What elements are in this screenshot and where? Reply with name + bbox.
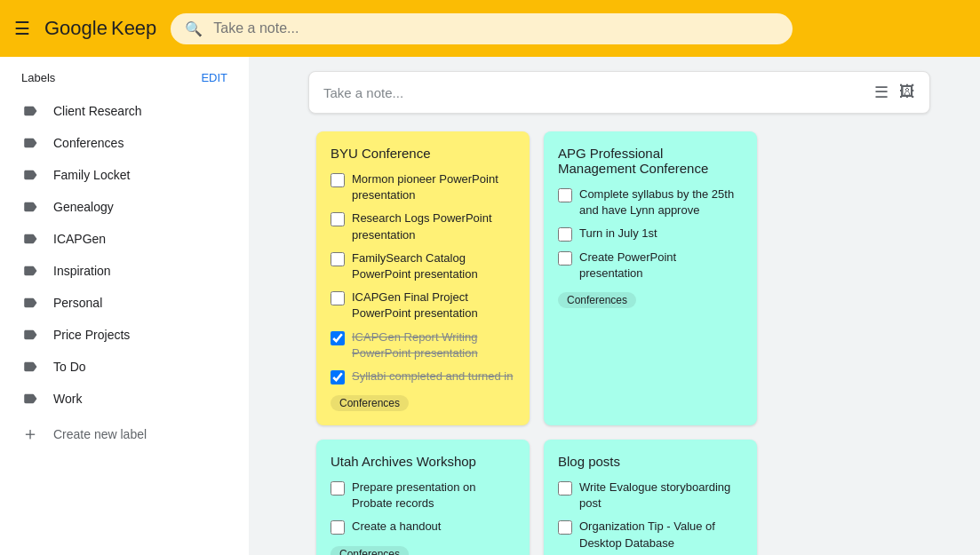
sidebar-item-label: Price Projects — [53, 328, 130, 342]
sidebar-item-label: Genealogy — [53, 200, 114, 214]
note-card-byu-conference[interactable]: BYU Conference Mormon pioneer PowerPoint… — [316, 131, 530, 425]
checklist-checkbox[interactable] — [331, 331, 345, 345]
checklist-item: Turn in July 1st — [558, 226, 743, 242]
sidebar-item-work[interactable]: Work — [0, 383, 235, 415]
checklist-text: Research Logs PowerPoint presentation — [352, 210, 515, 242]
checklist-text: Create PowerPoint presentation — [579, 250, 743, 281]
checklist-item: Mormon pioneer PowerPoint presentation — [331, 171, 515, 203]
take-note-icons: ☰ 🖼 — [874, 83, 915, 102]
checklist-item: Research Logs PowerPoint presentation — [331, 210, 515, 242]
search-icon: 🔍 — [185, 20, 203, 37]
topbar: ☰ Google Keep 🔍 — [0, 0, 980, 57]
note-title: APG Professional Management Conference — [558, 146, 743, 176]
checklist-item: Prepare presentation on Probate records — [331, 480, 515, 511]
checklist-checkbox[interactable] — [558, 481, 572, 496]
search-input[interactable] — [213, 20, 778, 36]
checklist-text: Organization Tip - Value of Desktop Data… — [579, 519, 743, 551]
checklist-checkbox[interactable] — [558, 188, 572, 202]
checklist-item: ICAPGen Final Project PowerPoint present… — [331, 289, 515, 321]
main-content: Take a note... ☰ 🖼 BYU Conference Mormon… — [249, 57, 980, 555]
note-title: Blog posts — [558, 454, 743, 469]
checklist-checkbox[interactable] — [558, 251, 572, 266]
note-card-apg-conference[interactable]: APG Professional Management Conference C… — [544, 131, 757, 425]
app-logo: Google Keep — [44, 17, 156, 40]
checklist-checkbox[interactable] — [331, 291, 345, 305]
checklist-checkbox[interactable] — [331, 520, 345, 535]
list-view-icon[interactable]: ☰ — [874, 83, 888, 102]
sidebar-item-to-do[interactable]: To Do — [0, 351, 235, 383]
sidebar-item-label: Client Research — [53, 104, 142, 118]
checklist-item: Complete syllabus by the 25th and have L… — [558, 186, 743, 218]
logo-keep: Keep — [111, 17, 156, 40]
sidebar-item-label: ICAPGen — [53, 232, 106, 246]
menu-icon[interactable]: ☰ — [14, 18, 30, 39]
take-note-bar[interactable]: Take a note... ☰ 🖼 — [308, 71, 930, 114]
notes-grid: BYU Conference Mormon pioneer PowerPoint… — [263, 131, 966, 555]
checklist-text: ICAPGen Report Writing PowerPoint presen… — [352, 329, 515, 361]
note-checklist: Complete syllabus by the 25th and have L… — [558, 186, 743, 281]
checklist-item: Create PowerPoint presentation — [558, 250, 743, 281]
label-icon — [21, 262, 39, 280]
sidebar-item-label: Inspiration — [53, 264, 111, 278]
checklist-text: Syllabi completed and turned in — [352, 369, 513, 385]
sidebar-item-genealogy[interactable]: Genealogy — [0, 191, 235, 223]
label-icon — [21, 134, 39, 152]
sidebar-item-family-locket[interactable]: Family Locket — [0, 159, 235, 191]
checklist-item: Create a handout — [331, 519, 515, 535]
label-icon — [21, 326, 39, 344]
checklist-checkbox[interactable] — [331, 252, 345, 266]
sidebar-items-container: Client Research Conferences Family Locke… — [0, 95, 249, 415]
checklist-text: Mormon pioneer PowerPoint presentation — [352, 171, 515, 203]
note-checklist: Prepare presentation on Probate records … — [331, 480, 515, 535]
label-icon — [21, 102, 39, 120]
sidebar-header: Labels EDIT — [0, 64, 249, 91]
checklist-checkbox[interactable] — [558, 227, 572, 242]
search-bar[interactable]: 🔍 — [171, 13, 793, 44]
checklist-item: Write Evalogue storyboarding post — [558, 480, 743, 511]
checklist-checkbox[interactable] — [558, 520, 572, 535]
sidebar-item-icapgen[interactable]: ICAPGen — [0, 223, 235, 255]
checklist-text: FamilySearch Catalog PowerPoint presenta… — [352, 250, 515, 282]
note-title: BYU Conference — [331, 146, 515, 161]
checklist-text: Complete syllabus by the 25th and have L… — [579, 186, 743, 218]
label-icon — [21, 230, 39, 248]
image-upload-icon[interactable]: 🖼 — [899, 83, 915, 102]
checklist-text: Create a handout — [352, 519, 441, 535]
checklist-item: Organization Tip - Value of Desktop Data… — [558, 519, 743, 551]
label-icon — [21, 166, 39, 184]
checklist-item: Syllabi completed and turned in — [331, 369, 515, 385]
note-tag[interactable]: Conferences — [331, 546, 409, 555]
note-card-utah-archives[interactable]: Utah Archives Workshop Prepare presentat… — [316, 440, 530, 555]
sidebar-item-conferences[interactable]: Conferences — [0, 127, 235, 159]
edit-labels-button[interactable]: EDIT — [201, 71, 227, 84]
layout: Labels EDIT Client Research Conferences … — [0, 57, 980, 555]
note-tag[interactable]: Conferences — [331, 395, 409, 411]
checklist-text: ICAPGen Final Project PowerPoint present… — [352, 289, 515, 321]
note-card-blog-posts[interactable]: Blog posts Write Evalogue storyboarding … — [544, 440, 757, 555]
sidebar-item-inspiration[interactable]: Inspiration — [0, 255, 235, 287]
note-tag[interactable]: Conferences — [558, 292, 636, 308]
sidebar-item-label: Work — [53, 392, 82, 406]
label-icon — [21, 358, 39, 376]
sidebar-item-client-research[interactable]: Client Research — [0, 95, 235, 127]
sidebar-item-label: Family Locket — [53, 168, 130, 182]
label-icon — [21, 198, 39, 216]
checklist-item: FamilySearch Catalog PowerPoint presenta… — [331, 250, 515, 282]
note-title: Utah Archives Workshop — [331, 454, 515, 469]
sidebar-item-label: Personal — [53, 296, 102, 310]
create-label-item[interactable]: ＋ Create new label — [0, 415, 249, 453]
note-checklist: Write Evalogue storyboarding post Organi… — [558, 480, 743, 551]
labels-heading: Labels — [21, 71, 55, 84]
take-note-placeholder[interactable]: Take a note... — [323, 85, 874, 100]
sidebar-item-price-projects[interactable]: Price Projects — [0, 319, 235, 351]
checklist-checkbox[interactable] — [331, 173, 345, 187]
checklist-checkbox[interactable] — [331, 481, 345, 496]
checklist-checkbox[interactable] — [331, 370, 345, 385]
note-checklist: Mormon pioneer PowerPoint presentation R… — [331, 171, 515, 385]
checklist-checkbox[interactable] — [331, 212, 345, 226]
create-label-text: Create new label — [53, 427, 147, 441]
sidebar-item-personal[interactable]: Personal — [0, 287, 235, 319]
checklist-text: Prepare presentation on Probate records — [352, 480, 515, 511]
checklist-text: Write Evalogue storyboarding post — [579, 480, 743, 511]
checklist-text: Turn in July 1st — [579, 226, 657, 242]
